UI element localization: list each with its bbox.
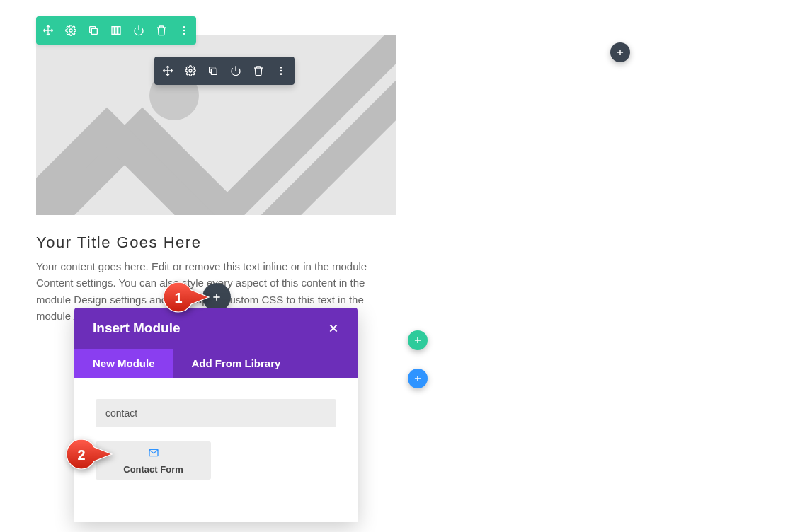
more-icon[interactable] — [178, 24, 190, 37]
svg-point-8 — [183, 26, 185, 28]
duplicate-icon[interactable] — [207, 64, 219, 77]
add-row-button[interactable] — [408, 330, 428, 350]
move-icon[interactable] — [42, 24, 55, 37]
power-icon[interactable] — [229, 64, 242, 77]
modal-tabs: New Module Add From Library — [74, 349, 358, 378]
columns-icon[interactable] — [110, 24, 122, 37]
svg-rect-5 — [115, 27, 118, 35]
module-toolbar — [154, 57, 295, 85]
power-icon[interactable] — [132, 24, 145, 37]
svg-rect-12 — [211, 69, 217, 74]
more-icon[interactable] — [275, 64, 287, 77]
callout-marker-1: 1 — [162, 281, 212, 313]
svg-point-11 — [189, 69, 192, 72]
svg-rect-3 — [91, 28, 97, 34]
content-title[interactable]: Your Title Goes Here — [36, 233, 201, 252]
module-search-input[interactable] — [96, 399, 336, 427]
module-item-label: Contact Form — [123, 464, 183, 475]
callout-marker-2: 2 — [65, 438, 115, 470]
insert-module-modal: Insert Module New Module Add From Librar… — [74, 308, 358, 522]
move-icon[interactable] — [161, 64, 174, 77]
settings-icon[interactable] — [184, 64, 197, 77]
svg-rect-6 — [118, 27, 120, 35]
svg-point-2 — [69, 29, 72, 32]
modal-title: Insert Module — [93, 320, 181, 336]
svg-point-16 — [280, 73, 282, 75]
add-section-button[interactable] — [408, 369, 428, 388]
svg-point-14 — [280, 66, 282, 69]
svg-text:1: 1 — [174, 290, 182, 306]
add-button-gray[interactable] — [610, 42, 630, 62]
delete-icon[interactable] — [155, 24, 168, 37]
svg-point-10 — [183, 33, 185, 35]
tab-add-from-library[interactable]: Add From Library — [173, 349, 299, 378]
settings-icon[interactable] — [64, 24, 77, 37]
svg-rect-4 — [112, 27, 114, 35]
tab-new-module[interactable]: New Module — [74, 349, 173, 378]
modal-body: Contact Form — [74, 378, 358, 522]
section-toolbar — [36, 16, 196, 45]
modal-header: Insert Module — [74, 308, 358, 349]
svg-point-9 — [183, 30, 185, 32]
svg-point-15 — [280, 70, 282, 72]
envelope-icon — [147, 447, 160, 461]
close-icon[interactable] — [328, 323, 339, 334]
duplicate-icon[interactable] — [87, 24, 100, 37]
delete-icon[interactable] — [252, 64, 265, 77]
svg-text:2: 2 — [77, 447, 85, 463]
